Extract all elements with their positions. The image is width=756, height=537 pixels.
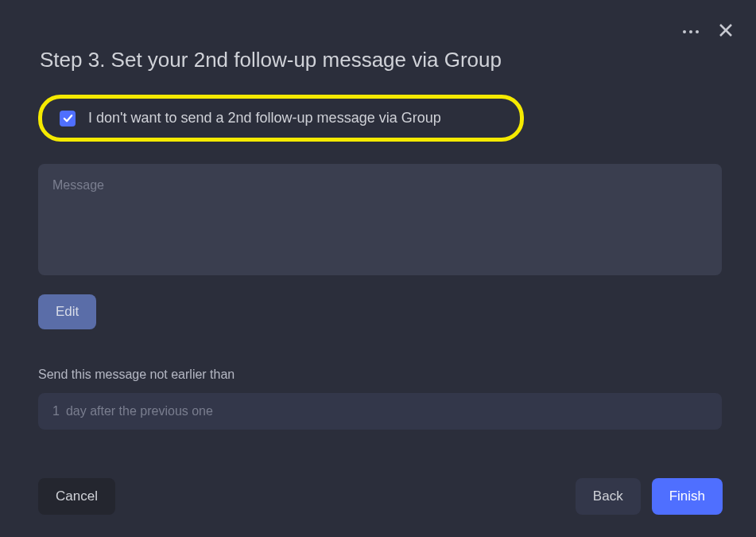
edit-button[interactable]: Edit bbox=[38, 294, 96, 329]
finish-button[interactable]: Finish bbox=[652, 478, 723, 515]
message-placeholder: Message bbox=[52, 178, 104, 192]
delay-value: 1 bbox=[52, 404, 60, 418]
close-icon[interactable] bbox=[718, 22, 734, 41]
optout-label: I don't want to send a 2nd follow-up mes… bbox=[88, 110, 441, 126]
delay-suffix: day after the previous one bbox=[66, 404, 213, 418]
back-button[interactable]: Back bbox=[576, 478, 641, 515]
optout-highlight: I don't want to send a 2nd follow-up mes… bbox=[38, 95, 524, 142]
delay-label: Send this message not earlier than bbox=[38, 368, 718, 382]
message-textarea[interactable]: Message bbox=[38, 164, 722, 275]
cancel-button[interactable]: Cancel bbox=[38, 478, 115, 515]
step-title: Step 3. Set your 2nd follow-up message v… bbox=[40, 48, 718, 72]
optout-checkbox[interactable] bbox=[60, 111, 76, 126]
delay-input[interactable]: 1 day after the previous one bbox=[38, 393, 722, 430]
more-icon[interactable] bbox=[683, 30, 699, 33]
